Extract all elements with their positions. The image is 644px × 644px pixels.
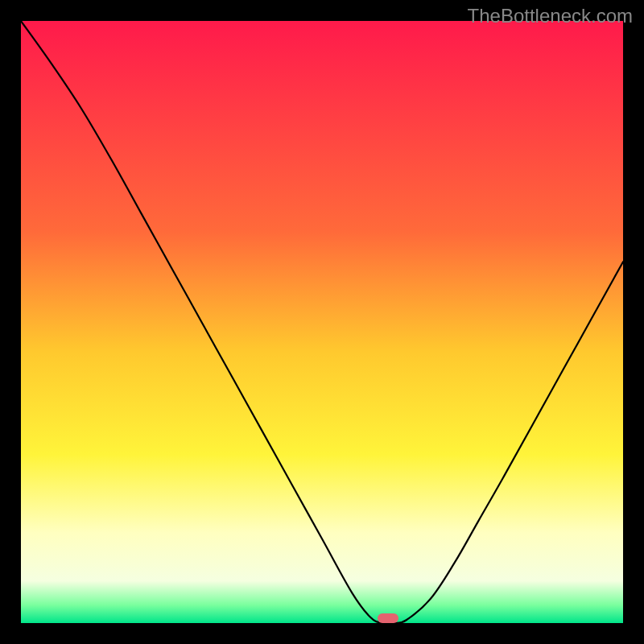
plot-area: [21, 21, 623, 623]
chart-container: TheBottleneck.com: [0, 0, 644, 644]
svg-rect-0: [21, 21, 623, 623]
gradient-background: [21, 21, 623, 623]
optimal-marker: [378, 613, 398, 623]
watermark-text: TheBottleneck.com: [468, 5, 633, 27]
